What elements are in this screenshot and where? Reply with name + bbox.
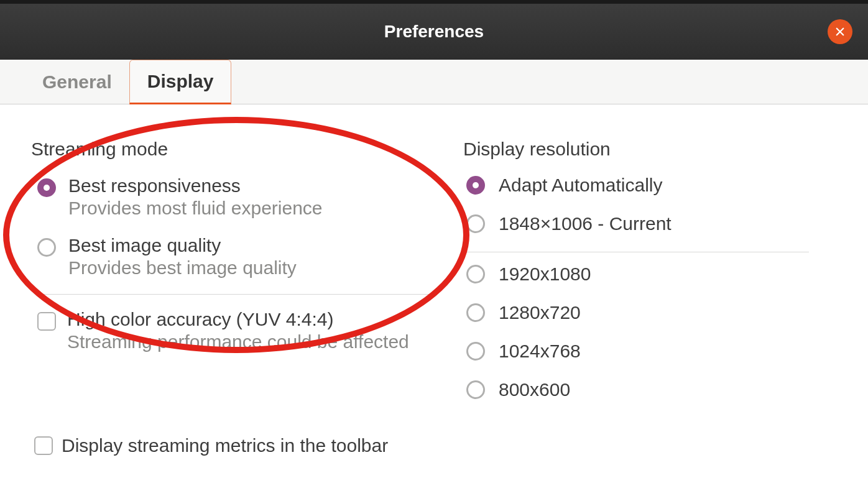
metrics-label: Display streaming metrics in the toolbar	[62, 435, 388, 456]
resolution-option[interactable]: 1848×1006 - Current	[463, 213, 840, 234]
option-description: Streaming performance could be affected	[67, 331, 409, 353]
radio-1920x1080[interactable]	[466, 265, 485, 283]
tabs-row: General Display	[0, 60, 868, 104]
option-label: Best image quality	[68, 234, 297, 257]
radio-800x600[interactable]	[466, 380, 485, 399]
option-label: Best responsiveness	[68, 175, 323, 197]
checkbox-color-accuracy[interactable]	[37, 312, 56, 331]
tab-general[interactable]: General	[25, 60, 129, 104]
display-resolution-title: Display resolution	[463, 139, 840, 160]
resolution-label: 800x600	[499, 379, 570, 400]
radio-adapt-automatically[interactable]	[466, 176, 485, 195]
resolution-label: 1280x720	[499, 302, 581, 323]
streaming-mode-section: Streaming mode Best responsiveness Provi…	[28, 139, 463, 418]
color-accuracy-option[interactable]: High color accuracy (YUV 4:4:4) Streamin…	[31, 308, 463, 353]
radio-best-image-quality[interactable]	[37, 238, 56, 257]
window-title: Preferences	[384, 22, 484, 42]
radio-best-responsiveness[interactable]	[37, 178, 56, 197]
display-resolution-section: Display resolution Adapt Automatically 1…	[463, 139, 840, 418]
metrics-option[interactable]: Display streaming metrics in the toolbar	[34, 435, 388, 456]
checkbox-metrics[interactable]	[34, 436, 53, 455]
option-text: Best image quality Provides best image q…	[68, 234, 297, 279]
resolution-label: 1024x768	[499, 341, 581, 362]
tab-display[interactable]: Display	[129, 60, 232, 104]
divider	[36, 294, 432, 295]
resolution-option[interactable]: 1024x768	[463, 341, 840, 362]
radio-1280x720[interactable]	[466, 303, 485, 322]
resolution-label: 1920x1080	[499, 264, 591, 285]
titlebar: Preferences	[0, 0, 868, 60]
close-button[interactable]	[828, 19, 852, 44]
resolution-label: 1848×1006 - Current	[499, 213, 672, 234]
radio-current[interactable]	[466, 214, 485, 233]
option-label: High color accuracy (YUV 4:4:4)	[67, 308, 409, 331]
option-description: Provides best image quality	[68, 257, 297, 279]
close-icon	[834, 26, 846, 37]
resolution-option[interactable]: 800x600	[463, 379, 840, 400]
streaming-mode-title: Streaming mode	[31, 139, 463, 160]
resolution-label: Adapt Automatically	[499, 175, 662, 196]
option-description: Provides most fluid experience	[68, 197, 323, 219]
option-text: High color accuracy (YUV 4:4:4) Streamin…	[67, 308, 409, 353]
resolution-option[interactable]: Adapt Automatically	[463, 175, 840, 196]
resolution-option[interactable]: 1280x720	[463, 302, 840, 323]
streaming-mode-option[interactable]: Best image quality Provides best image q…	[31, 234, 463, 279]
divider	[464, 252, 809, 252]
radio-1024x768[interactable]	[466, 342, 485, 361]
option-text: Best responsiveness Provides most fluid …	[68, 175, 323, 219]
resolution-option[interactable]: 1920x1080	[463, 264, 840, 285]
streaming-mode-option[interactable]: Best responsiveness Provides most fluid …	[31, 175, 463, 219]
content-area: Streaming mode Best responsiveness Provi…	[0, 104, 868, 418]
